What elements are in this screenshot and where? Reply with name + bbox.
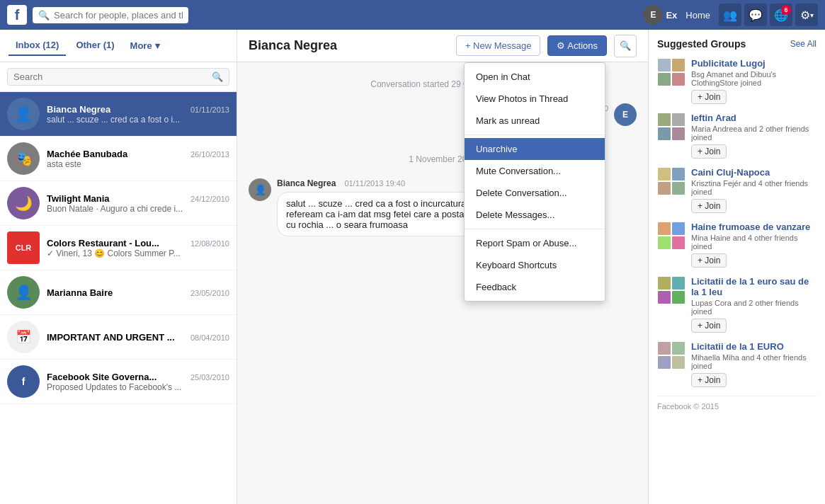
dropdown-divider	[465, 134, 605, 135]
suggested-groups-title: Suggested Groups	[657, 38, 746, 50]
top-navigation: f 🔍 E Ex Home 👥 💬 🌐 6 ⚙ ▾	[0, 0, 825, 30]
conversation-item[interactable]: 👤 Bianca Negrea 01/11/2013 salut ... scu…	[0, 92, 237, 137]
notification-badge: 6	[781, 5, 791, 15]
tab-other[interactable]: Other (1)	[69, 35, 121, 56]
conv-avatar: 🌙	[7, 187, 40, 219]
conv-name: Twilight Mania	[47, 193, 110, 204]
conv-avatar: 🎭	[7, 142, 40, 175]
center-panel: Bianca Negrea + New Message ⚙ Actions 🔍 …	[237, 30, 648, 504]
facebook-footer: Facebook © 2015	[657, 396, 817, 411]
dropdown-item-mute[interactable]: Mute Conversation...	[465, 160, 605, 182]
group-avatar	[657, 58, 685, 86]
group-name[interactable]: Ieftin Arad	[691, 113, 817, 123]
group-item: Licitatii de la 1 EURO Mihaella Miha and…	[657, 341, 817, 387]
conversation-search-input[interactable]	[13, 71, 209, 82]
global-search-bar[interactable]: 🔍	[33, 7, 188, 23]
new-message-button[interactable]: + New Message	[456, 35, 541, 56]
notifications-icon-btn[interactable]: 🌐 6	[770, 4, 792, 26]
home-nav-link[interactable]: Home	[680, 10, 716, 21]
group-avatar	[657, 222, 685, 250]
group-meta: Lupas Cora and 2 other friends joined	[691, 299, 817, 316]
see-all-link[interactable]: See All	[790, 39, 817, 49]
message-avatar: E	[614, 103, 637, 126]
nav-username[interactable]: Ex	[666, 10, 677, 21]
dropdown-item-keyboard-shortcuts[interactable]: Keyboard Shortcuts	[465, 254, 605, 276]
join-group-button[interactable]: + Join	[691, 373, 727, 387]
dropdown-item-mark-unread[interactable]: Mark as unread	[465, 110, 605, 132]
join-group-button[interactable]: + Join	[691, 319, 727, 333]
dropdown-item-feedback[interactable]: Feedback	[465, 276, 605, 298]
group-meta: Krisztina Fejér and 4 other friends join…	[691, 179, 817, 196]
suggested-groups-header: Suggested Groups See All	[657, 38, 817, 50]
conv-name: Bianca Negrea	[47, 104, 110, 115]
message-time: 01/11/2013 19:40	[344, 179, 405, 188]
conv-name: Machée Banubada	[47, 149, 127, 159]
conversation-title: Bianca Negrea	[249, 38, 449, 53]
right-panel: Suggested Groups See All Publicitate Lug…	[648, 30, 825, 504]
main-layout: Inbox (12) Other (1) More ▾ 🔍 👤	[0, 30, 825, 504]
group-item: Caini Cluj-Napoca Krisztina Fejér and 4 …	[657, 167, 817, 213]
group-avatar	[657, 276, 685, 304]
dropdown-item-delete-conversation[interactable]: Delete Conversation...	[465, 182, 605, 204]
group-name[interactable]: Caini Cluj-Napoca	[691, 167, 817, 178]
group-item: Haine frumoase de vanzare Mina Haine and…	[657, 222, 817, 268]
conv-preview: salut ... scuze ... cred ca a fost o i..…	[47, 115, 229, 125]
conversation-item[interactable]: 🌙 Twilight Mania 24/12/2010 Buon Natale …	[0, 181, 237, 226]
tab-inbox[interactable]: Inbox (12)	[8, 35, 66, 56]
group-name[interactable]: Haine frumoase de vanzare	[691, 222, 817, 232]
inbox-tabs: Inbox (12) Other (1) More ▾	[0, 30, 237, 62]
conv-date: 08/04/2010	[190, 333, 229, 342]
center-header: Bianca Negrea + New Message ⚙ Actions 🔍	[237, 30, 648, 62]
conv-avatar: 📅	[7, 321, 40, 353]
group-meta: Bsg Amanet and Dibuu's ClothingStore joi…	[691, 70, 817, 87]
join-group-button[interactable]: + Join	[691, 144, 727, 159]
user-avatar[interactable]: E	[643, 5, 663, 25]
dropdown-item-view-photos[interactable]: View Photos in Thread	[465, 88, 605, 110]
group-avatar	[657, 341, 685, 370]
left-panel: Inbox (12) Other (1) More ▾ 🔍 👤	[0, 30, 237, 504]
group-avatar	[657, 113, 685, 141]
nav-right-section: E Ex Home 👥 💬 🌐 6 ⚙ ▾	[643, 4, 818, 26]
messages-icon: 💬	[749, 8, 763, 22]
search-button[interactable]: 🔍	[614, 35, 637, 57]
group-name[interactable]: Licitatii de la 1 euro sau de la 1 leu	[691, 276, 817, 297]
group-name[interactable]: Licitatii de la 1 EURO	[691, 341, 817, 352]
conversation-item[interactable]: 👤 Marianna Baire 23/05/2010	[0, 270, 237, 315]
join-group-button[interactable]: + Join	[691, 199, 727, 213]
dropdown-divider	[465, 229, 605, 229]
group-item: Ieftin Arad Maria Andreea and 2 other fr…	[657, 113, 817, 159]
conversation-item[interactable]: f Facebook Site Governa... 25/03/2010 Pr…	[0, 360, 237, 404]
group-item: Licitatii de la 1 euro sau de la 1 leu L…	[657, 276, 817, 333]
conv-preview: ✓ Vineri, 13 😊 Colors Summer P...	[47, 248, 229, 258]
dropdown-item-unarchive[interactable]: Unarchive	[465, 138, 605, 160]
friends-icon-btn[interactable]: 👥	[719, 4, 741, 26]
more-button[interactable]: More ▾	[125, 36, 166, 55]
group-name[interactable]: Publicitate Lugoj	[691, 58, 817, 69]
search-icon: 🔍	[212, 71, 223, 82]
conv-avatar: f	[7, 365, 40, 398]
chevron-down-icon: ▾	[155, 40, 160, 51]
dropdown-item-delete-messages[interactable]: Delete Messages...	[465, 204, 605, 226]
global-search-input[interactable]	[54, 10, 183, 21]
conversation-item[interactable]: CLR Colors Restaurant - Lou... 12/08/201…	[0, 226, 237, 270]
messages-icon-btn[interactable]: 💬	[744, 4, 767, 26]
facebook-logo: f	[7, 5, 27, 25]
conv-avatar: 👤	[7, 98, 40, 130]
conv-preview: asta este	[47, 159, 229, 169]
conversation-item[interactable]: 📅 IMPORTANT AND URGENT ... 08/04/2010	[0, 315, 237, 360]
conversation-list: 👤 Bianca Negrea 01/11/2013 salut ... scu…	[0, 92, 237, 504]
conversation-item[interactable]: 🎭 Machée Banubada 26/10/2013 asta este	[0, 137, 237, 181]
actions-dropdown-menu: Open in Chat View Photos in Thread Mark …	[464, 62, 605, 302]
dropdown-item-report-spam[interactable]: Report Spam or Abuse...	[465, 232, 605, 254]
conv-date: 25/03/2010	[190, 373, 229, 382]
conv-name: IMPORTANT AND URGENT ...	[47, 332, 175, 343]
join-group-button[interactable]: + Join	[691, 90, 727, 104]
actions-button[interactable]: ⚙ Actions	[547, 35, 607, 56]
settings-icon: ⚙	[800, 8, 810, 22]
conv-date: 12/08/2010	[190, 239, 229, 248]
join-group-button[interactable]: + Join	[691, 253, 727, 268]
settings-icon-btn[interactable]: ⚙ ▾	[795, 4, 818, 26]
group-meta: Mina Haine and 4 other friends joined	[691, 234, 817, 251]
friends-icon: 👥	[723, 8, 737, 22]
dropdown-item-open-chat[interactable]: Open in Chat	[465, 66, 605, 88]
